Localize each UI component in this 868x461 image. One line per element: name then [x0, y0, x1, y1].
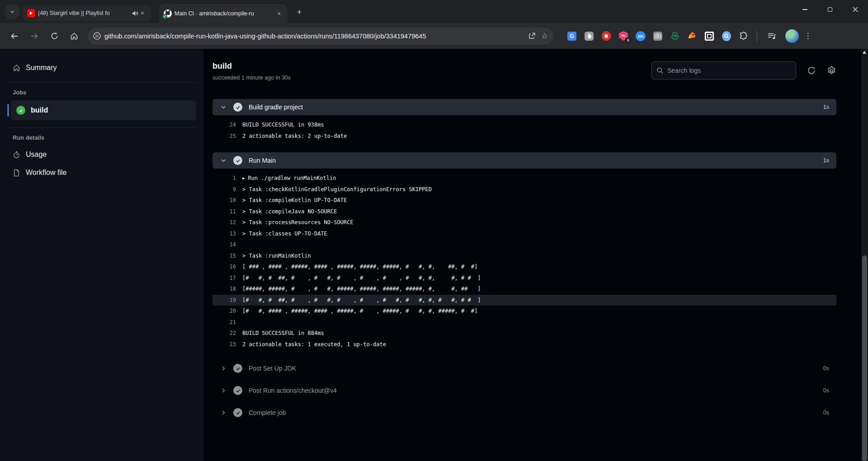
log-line: 21: [212, 317, 836, 328]
chevron-down-icon[interactable]: [220, 157, 227, 164]
tab-search-button[interactable]: [5, 4, 20, 19]
tab-github-actions[interactable]: ✓ Main CI · amirisback/compile-ru ×: [159, 4, 288, 23]
profile-avatar[interactable]: [785, 29, 799, 43]
url-bar[interactable]: github.com/amirisback/compile-run-kotlin…: [88, 28, 553, 45]
search-logs-input[interactable]: [667, 67, 780, 74]
job-sidebar: Summary Jobs build Run details Usage Wor…: [0, 49, 203, 461]
site-settings-tune-icon[interactable]: [93, 32, 101, 40]
sidebar-item-label: Usage: [26, 151, 47, 159]
sidebar-item-summary[interactable]: Summary: [7, 58, 196, 78]
close-tab-icon[interactable]: ×: [275, 9, 283, 18]
stop-hand-extension-icon[interactable]: [599, 28, 614, 44]
log-line: 14: [212, 239, 836, 250]
forward-button[interactable]: [27, 28, 42, 44]
search-logs-box[interactable]: [651, 61, 796, 80]
line-number[interactable]: 10: [212, 197, 242, 203]
scrollbar-thumb[interactable]: [862, 255, 867, 461]
job-status-text: succeeded 1 minute ago in 30s: [212, 75, 291, 81]
browser-menu-icon[interactable]: ⋮: [802, 31, 813, 41]
sidebar-item-usage[interactable]: Usage: [7, 146, 196, 164]
sidebar-item-build-job[interactable]: build: [11, 100, 196, 120]
log-line-highlighted: 19[# #, # ##, # , # #, # , # , # #, # #,…: [212, 295, 836, 306]
job-log-main: build succeeded 1 minute ago in 30s: [203, 49, 868, 461]
stopwatch-icon: [13, 151, 20, 159]
search-q-extension-icon[interactable]: [719, 28, 734, 44]
line-number[interactable]: 9: [212, 186, 242, 193]
page-scrollbar[interactable]: [861, 49, 868, 461]
step-title: Post Set Up JDK: [249, 365, 823, 372]
step-header-build-gradle[interactable]: Build gradle project 1s: [212, 99, 836, 115]
extension-badge: 6: [625, 38, 631, 43]
youtube-icon: [27, 9, 35, 17]
line-number[interactable]: 23: [212, 341, 242, 348]
chevron-right-icon[interactable]: [220, 409, 227, 416]
line-number[interactable]: 24: [212, 122, 242, 128]
line-number[interactable]: 13: [212, 230, 242, 237]
maximize-button[interactable]: [817, 0, 843, 19]
line-number[interactable]: 11: [212, 208, 242, 215]
google-translate-extension-icon[interactable]: G: [564, 28, 580, 44]
step-duration: 0s: [823, 409, 829, 416]
hand-cursor-extension-icon[interactable]: [581, 28, 597, 44]
sidebar-item-label: Workflow file: [26, 169, 66, 177]
line-number[interactable]: 14: [212, 241, 242, 248]
step-title: Build gradle project: [249, 103, 823, 111]
shield-extension-icon[interactable]: 6: [616, 28, 631, 44]
browser-toolbar: github.com/amirisback/compile-run-kotlin…: [0, 23, 868, 49]
chevron-down-icon[interactable]: [220, 104, 227, 110]
log-settings-gear-icon[interactable]: [827, 66, 836, 75]
rocket-extension-icon[interactable]: [684, 28, 700, 44]
android-robot-extension-icon[interactable]: [667, 28, 683, 44]
sidebar-item-label: Summary: [26, 64, 57, 72]
home-button[interactable]: [66, 28, 82, 44]
picture-in-picture-extension-icon[interactable]: [702, 28, 717, 44]
divider: [7, 82, 196, 83]
new-tab-button[interactable]: +: [293, 6, 306, 19]
minimize-button[interactable]: [792, 0, 817, 19]
log-line: 9> Task :checkKotlinGradlePluginConfigur…: [212, 184, 836, 195]
step-header-post-checkout[interactable]: Post Run actions/checkout@v4 0s: [212, 382, 836, 399]
url-text[interactable]: github.com/amirisback/compile-run-kotlin…: [104, 33, 523, 40]
expand-group-icon[interactable]: ▶: [242, 176, 245, 180]
reload-button[interactable]: [47, 28, 62, 44]
step-header-post-setup-jdk[interactable]: Post Set Up JDK 0s: [212, 360, 836, 376]
step-header-run-main[interactable]: Run Main 1s: [212, 152, 836, 169]
line-number[interactable]: 25: [212, 133, 242, 139]
zoom-zm-extension-icon[interactable]: zm: [633, 28, 648, 44]
line-number[interactable]: 19: [212, 297, 242, 303]
log-line: 24BUILD SUCCESSFUL in 938ms: [212, 119, 836, 131]
line-number[interactable]: 1: [212, 175, 242, 181]
step-header-complete-job[interactable]: Complete job 0s: [212, 405, 836, 421]
toolbar-divider: [757, 31, 757, 42]
audio-speaker-icon[interactable]: [132, 10, 138, 17]
line-number[interactable]: 21: [212, 319, 242, 325]
log-line: 1▶Run ./gradlew runMainKotlin: [212, 173, 836, 184]
step-duration: 0s: [823, 387, 829, 394]
line-number[interactable]: 17: [212, 275, 242, 281]
sidebar-item-workflow-file[interactable]: Workflow file: [7, 164, 196, 182]
refresh-logs-icon[interactable]: [807, 66, 816, 75]
step-log-lines: 1▶Run ./gradlew runMainKotlin 9> Task :c…: [212, 169, 836, 354]
chevron-right-icon[interactable]: [220, 387, 227, 394]
line-number[interactable]: 22: [212, 330, 242, 336]
extensions-puzzle-icon[interactable]: [736, 28, 751, 44]
job-name: build: [31, 106, 48, 114]
scroll-up-arrow-icon[interactable]: [863, 51, 866, 54]
camera-extension-icon[interactable]: [650, 28, 665, 44]
media-controls-button[interactable]: [764, 28, 779, 44]
line-number[interactable]: 12: [212, 219, 242, 226]
back-button[interactable]: [7, 28, 22, 44]
log-line: 22BUILD SUCCESSFUL in 884ms: [212, 328, 836, 339]
line-number[interactable]: 18: [212, 286, 242, 292]
line-number[interactable]: 20: [212, 308, 242, 314]
close-window-button[interactable]: [843, 0, 868, 19]
log-line: 17[# #, # ##, # , # #, # , # , # , # #, …: [212, 273, 836, 284]
share-icon[interactable]: [528, 32, 536, 40]
line-number[interactable]: 16: [212, 263, 242, 270]
chevron-right-icon[interactable]: [220, 365, 227, 372]
tab-youtube[interactable]: (48) Stargirl vibe || Playlist fo ×: [23, 5, 151, 21]
close-tab-icon[interactable]: ×: [138, 9, 146, 17]
bookmark-star-icon[interactable]: ☆: [541, 31, 548, 41]
log-line: 252 actionable tasks: 2 up-to-date: [212, 131, 836, 142]
line-number[interactable]: 15: [212, 253, 242, 259]
